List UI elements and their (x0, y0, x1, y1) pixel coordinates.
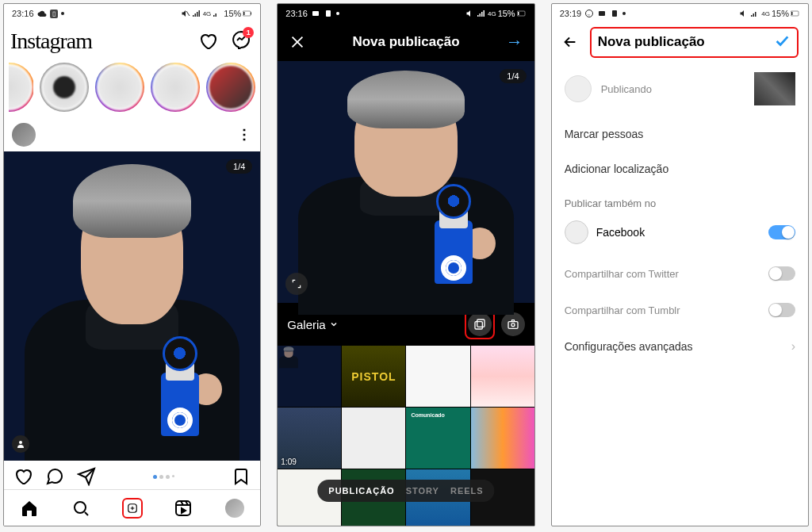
advanced-settings-row[interactable]: Configurações avançadas › (552, 328, 808, 365)
battery-icon (243, 9, 252, 18)
mode-switch[interactable]: PUBLICAÇÃO STORY REELS (317, 480, 494, 502)
facebook-row: Facebook (552, 214, 808, 255)
multi-select-icon (468, 312, 492, 336)
nav-profile-avatar[interactable] (224, 498, 245, 519)
mode-story[interactable]: STORY (406, 486, 439, 496)
svg-point-4 (19, 441, 22, 444)
screen-new-post-picker: 23:16 4G 15% Nova publicação → 1/4 (277, 3, 534, 526)
svg-rect-17 (599, 11, 605, 16)
svg-rect-14 (508, 322, 518, 329)
screen-feed: 23:16 ▯ 4G 15% Instagram 1 (3, 3, 261, 526)
svg-point-15 (511, 323, 515, 327)
svg-rect-13 (475, 322, 482, 329)
stories-tray[interactable] (4, 59, 260, 118)
user-avatar (565, 75, 592, 102)
back-icon[interactable] (561, 33, 579, 51)
status-dot-icon (622, 12, 626, 15)
nav-home-icon[interactable] (19, 498, 40, 519)
status-batt: 15% (224, 9, 241, 18)
gallery-grid: PISTOL 1:09 Comunicado PUBLICAÇÃO STORY … (278, 346, 534, 526)
svg-rect-7 (176, 501, 190, 515)
status-icon (610, 9, 619, 18)
share-title: Nova publicação (598, 34, 705, 50)
svg-rect-20 (791, 12, 793, 15)
activity-heart-icon[interactable] (198, 32, 217, 51)
tumblr-row: Compartilhar com Tumblr (552, 292, 808, 328)
share-header: Nova publicação (552, 23, 808, 61)
post-header: ⋯ (4, 118, 260, 151)
status-dot-icon (336, 12, 339, 15)
engagement-bar (4, 461, 260, 489)
mode-publicacao[interactable]: PUBLICAÇÃO (328, 486, 394, 496)
status-dot-icon (61, 12, 64, 15)
carousel-dots (153, 475, 174, 479)
nav-create-icon[interactable] (122, 498, 143, 519)
close-icon[interactable] (289, 33, 306, 51)
story-item[interactable] (151, 63, 200, 112)
signal-icon (477, 9, 486, 18)
share-icon[interactable] (77, 467, 96, 486)
caption-row[interactable]: Publicando (552, 61, 808, 117)
mute-icon (465, 9, 475, 18)
share-title-highlight: Nova publicação (590, 27, 799, 58)
svg-rect-2 (243, 12, 245, 15)
status-net: 4G (761, 10, 770, 17)
story-item[interactable] (95, 63, 144, 112)
battery-icon (791, 9, 800, 18)
facebook-toggle[interactable] (768, 225, 795, 239)
story-item[interactable] (40, 63, 89, 112)
nav-reels-icon[interactable] (173, 498, 193, 519)
gallery-thumb[interactable]: 1:09 (278, 408, 341, 469)
like-icon[interactable] (13, 467, 33, 486)
picker-title: Nova publicação (352, 34, 459, 50)
screen-new-post-share: 23:19 4G 15% Nova publicação Publicando … (551, 3, 809, 526)
status-icon (311, 9, 320, 18)
svg-rect-18 (612, 10, 617, 17)
twitter-toggle[interactable] (768, 266, 795, 281)
camera-button-icon[interactable] (501, 312, 525, 336)
gallery-label: Galeria (287, 318, 325, 331)
mode-reels[interactable]: REELS (450, 486, 484, 496)
carousel-counter: 1/4 (226, 159, 252, 174)
chevron-right-icon: › (791, 339, 795, 354)
add-location-row[interactable]: Adicionar localização (552, 151, 808, 186)
story-item[interactable] (9, 63, 33, 112)
svg-rect-11 (518, 12, 519, 15)
chevron-down-icon (329, 320, 339, 329)
status-bar: 23:16 4G 15% (278, 4, 534, 23)
gallery-thumb[interactable] (342, 408, 405, 469)
nav-search-icon[interactable] (71, 498, 91, 519)
status-batt: 15% (498, 9, 515, 18)
tag-people-row[interactable]: Marcar pessoas (552, 117, 808, 151)
svg-rect-9 (326, 10, 331, 17)
svg-rect-8 (312, 11, 319, 16)
caption-placeholder: Publicando (601, 83, 652, 95)
tumblr-toggle[interactable] (768, 303, 795, 317)
save-icon[interactable] (232, 467, 251, 486)
picker-header: Nova publicação → (278, 23, 534, 61)
gallery-thumb[interactable] (278, 346, 341, 407)
preview-image[interactable]: 1/4 (278, 61, 534, 303)
gallery-thumb[interactable]: Comunicado (406, 408, 469, 469)
tagged-people-icon[interactable] (12, 435, 29, 453)
gallery-thumb[interactable] (471, 408, 534, 469)
post-more-icon[interactable]: ⋯ (236, 128, 254, 142)
gallery-thumb[interactable]: PISTOL (342, 346, 405, 407)
gallery-thumb[interactable] (406, 346, 469, 407)
post-image[interactable]: 1/4 (4, 151, 260, 461)
gallery-dropdown[interactable]: Galeria (287, 318, 338, 331)
messenger-button[interactable]: 1 (232, 30, 251, 52)
confirm-check-icon[interactable] (773, 32, 791, 53)
gallery-thumb[interactable] (471, 346, 534, 407)
author-avatar[interactable] (12, 123, 36, 147)
twitter-row: Compartilhar com Twitter (552, 255, 808, 292)
app-header: Instagram 1 (4, 23, 260, 59)
story-item[interactable] (206, 63, 255, 112)
comment-icon[interactable] (45, 467, 64, 486)
svg-point-5 (75, 502, 86, 513)
svg-point-16 (586, 10, 593, 17)
post-thumbnail[interactable] (754, 72, 795, 105)
status-bar: 23:16 ▯ 4G 15% (4, 4, 260, 23)
next-button-icon[interactable]: → (506, 32, 523, 52)
svg-line-0 (186, 11, 190, 16)
